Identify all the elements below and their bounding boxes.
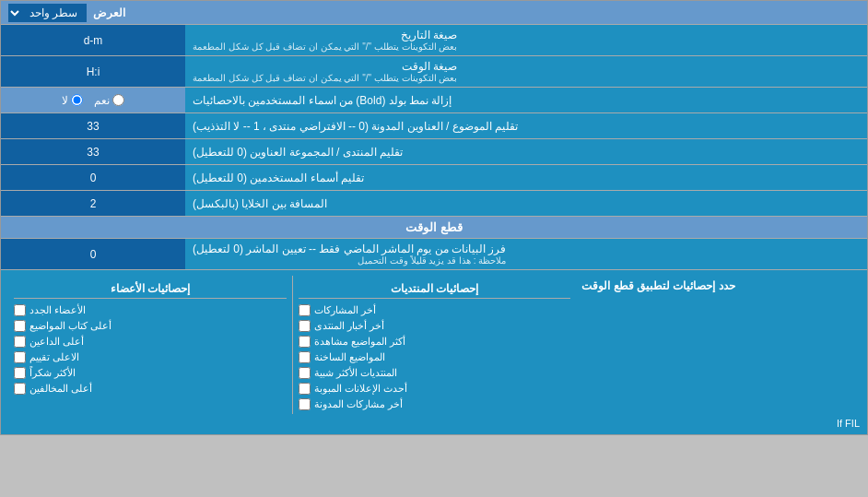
forum-stat-check-3[interactable]: [299, 351, 311, 363]
forum-stat-item-3: المواضيع الساخنة: [299, 351, 571, 363]
forum-stat-check-6[interactable]: [299, 398, 311, 410]
radio-no-label[interactable]: لا: [62, 94, 83, 107]
bottom-note: If FIL: [8, 414, 860, 429]
forum-stat-check-2[interactable]: [299, 336, 311, 348]
forum-stat-item-0: أخر المشاركات: [299, 304, 571, 316]
time-format-label: صيغة الوقت بعض التكوينات يتطلب "/" التي …: [185, 56, 867, 87]
checkboxes-container: حدد إحصائيات لتطبيق قطع الوقت إحصائيات ا…: [8, 276, 860, 414]
forum-stats-header: إحصائيات المنتديات: [299, 279, 571, 299]
forum-stat-check-4[interactable]: [299, 367, 311, 379]
cell-padding-input[interactable]: [19, 197, 167, 210]
cell-padding-row: المسافة بين الخلايا (بالبكسل): [1, 191, 867, 217]
username-trim-input[interactable]: [19, 172, 167, 184]
member-stat-check-1[interactable]: [14, 320, 26, 332]
member-stat-label-4: الأكثر شكراً: [29, 367, 76, 379]
forum-stat-check-5[interactable]: [299, 383, 311, 395]
forum-titles-label: تقليم المنتدى / المجموعة العناوين (0 للت…: [185, 139, 867, 164]
stats-section: حدد إحصائيات لتطبيق قطع الوقت إحصائيات ا…: [1, 270, 867, 434]
forum-titles-row: تقليم المنتدى / المجموعة العناوين (0 للت…: [1, 139, 867, 165]
member-stat-item-4: الأكثر شكراً: [14, 367, 287, 379]
member-stat-label-0: الأعضاء الجدد: [29, 304, 86, 316]
date-format-row: صيغة التاريخ بعض التكوينات يتطلب "/" الت…: [1, 25, 867, 56]
forum-stat-item-1: أخر أخبار المنتدى: [299, 320, 571, 332]
cutoff-label: فرز البيانات من يوم الماشر الماضي فقط --…: [185, 239, 867, 269]
member-stat-item-3: الاعلى تقييم: [14, 351, 287, 363]
member-stat-item-5: أعلى المخالفين: [14, 383, 287, 395]
member-stat-label-3: الاعلى تقييم: [29, 351, 79, 363]
member-stat-item-1: أعلى كتاب المواضيع: [14, 320, 287, 332]
forum-stat-item-2: أكثر المواضيع مشاهدة: [299, 336, 571, 348]
forum-stat-label-2: أكثر المواضيع مشاهدة: [314, 336, 405, 348]
member-stat-check-0[interactable]: [14, 304, 26, 316]
member-stats-column: إحصائيات الأعضاء الأعضاء الجدد أعلى كتاب…: [8, 276, 292, 414]
forum-stat-check-1[interactable]: [299, 320, 311, 332]
cutoff-input[interactable]: [19, 248, 167, 261]
radio-no[interactable]: [71, 94, 83, 106]
username-trim-row: تقليم أسماء المستخدمين (0 للتعطيل): [1, 165, 867, 191]
bold-remove-radio-cell: نعم لا: [1, 88, 185, 112]
member-stat-label-5: أعلى المخالفين: [29, 383, 92, 395]
date-format-input-cell: [1, 25, 185, 55]
member-stat-item-0: الأعضاء الجدد: [14, 304, 287, 316]
forum-stat-item-5: أحدث الإعلانات المبوبة: [299, 383, 571, 395]
forum-stat-label-1: أخر أخبار المنتدى: [314, 320, 384, 332]
forum-stat-item-4: المنتديات الأكثر شبية: [299, 367, 571, 379]
topics-titles-label: تقليم الموضوع / العناوين المدونة (0 -- ا…: [185, 113, 867, 138]
forum-stat-label-4: المنتديات الأكثر شبية: [314, 367, 397, 379]
forum-stats-column: إحصائيات المنتديات أخر المشاركات أخر أخب…: [292, 276, 577, 414]
date-format-label: صيغة التاريخ بعض التكوينات يتطلب "/" الت…: [185, 25, 867, 55]
radio-yes[interactable]: [112, 94, 124, 106]
bold-remove-label: إزالة نمط بولد (Bold) من اسماء المستخدمي…: [185, 88, 867, 112]
member-stat-check-2[interactable]: [14, 336, 26, 348]
forum-stat-label-6: أخر مشاركات المدونة: [314, 398, 403, 410]
forum-stat-label-3: المواضيع الساخنة: [314, 351, 385, 363]
header-row: العرض سطر واحدسطرانثلاثة أسطر: [1, 1, 867, 25]
cutoff-input-cell: [1, 239, 185, 269]
radio-yes-label[interactable]: نعم: [94, 94, 124, 107]
date-format-input[interactable]: [19, 34, 167, 47]
forum-titles-input[interactable]: [19, 146, 167, 159]
member-stat-check-3[interactable]: [14, 351, 26, 363]
member-stats-header: إحصائيات الأعضاء: [14, 279, 287, 299]
cell-padding-label: المسافة بين الخلايا (بالبكسل): [185, 191, 867, 216]
member-stat-label-1: أعلى كتاب المواضيع: [29, 320, 111, 332]
header-label: العرض: [93, 6, 125, 19]
cutoff-row: فرز البيانات من يوم الماشر الماضي فقط --…: [1, 239, 867, 270]
time-format-input[interactable]: [19, 65, 167, 78]
member-stat-check-4[interactable]: [14, 367, 26, 379]
member-stat-label-2: أعلى الداعين: [29, 336, 84, 348]
time-format-row: صيغة الوقت بعض التكوينات يتطلب "/" التي …: [1, 56, 867, 88]
member-stat-item-2: أعلى الداعين: [14, 336, 287, 348]
forum-stat-check-0[interactable]: [299, 304, 311, 316]
topics-titles-input[interactable]: [19, 120, 167, 133]
topics-titles-input-cell: [1, 113, 185, 138]
cell-padding-input-cell: [1, 191, 185, 216]
display-select[interactable]: سطر واحدسطرانثلاثة أسطر: [8, 4, 87, 22]
main-container: العرض سطر واحدسطرانثلاثة أسطر صيغة التار…: [0, 0, 868, 435]
forum-stat-label-5: أحدث الإعلانات المبوبة: [314, 383, 407, 395]
cutoff-section-header: قطع الوقت: [1, 217, 867, 239]
time-format-input-cell: [1, 56, 185, 87]
forum-stat-item-6: أخر مشاركات المدونة: [299, 398, 571, 410]
member-stat-check-5[interactable]: [14, 383, 26, 395]
apply-label-col: حدد إحصائيات لتطبيق قطع الوقت: [576, 276, 860, 414]
topics-titles-row: تقليم الموضوع / العناوين المدونة (0 -- ا…: [1, 113, 867, 139]
username-trim-input-cell: [1, 165, 185, 190]
forum-titles-input-cell: [1, 139, 185, 164]
forum-stat-label-0: أخر المشاركات: [314, 304, 376, 316]
bold-remove-row: إزالة نمط بولد (Bold) من اسماء المستخدمي…: [1, 88, 867, 113]
username-trim-label: تقليم أسماء المستخدمين (0 للتعطيل): [185, 165, 867, 190]
